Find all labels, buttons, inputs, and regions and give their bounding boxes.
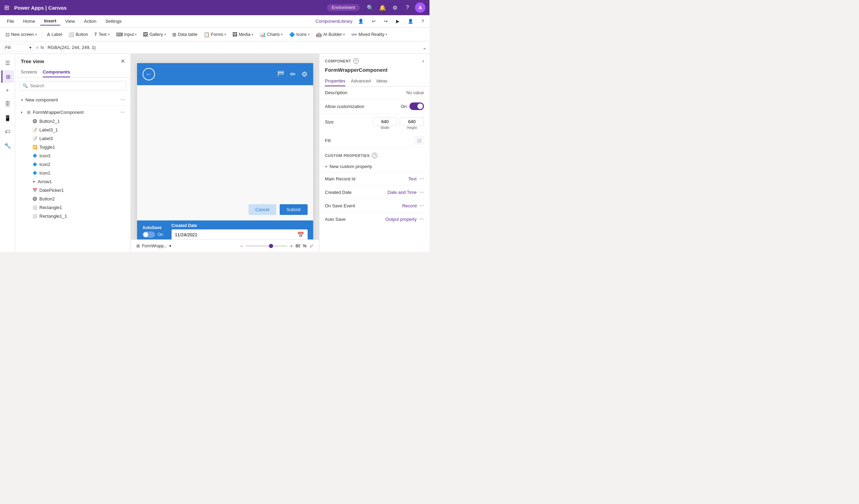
component-library-link[interactable]: ComponentLibrary (316, 19, 353, 24)
sidebar-tags[interactable]: 🏷 (1, 126, 14, 138)
search-global-icon[interactable]: 🔍 (365, 3, 375, 12)
height-input[interactable] (400, 117, 424, 126)
share-icon[interactable]: 👤 (405, 17, 416, 25)
filter-icon[interactable]: ⛿ (278, 70, 284, 78)
tree-item-rectangle1-1[interactable]: ⬜ Rectangle1_1 (15, 212, 131, 220)
edit-icon[interactable]: ✏ (290, 70, 296, 78)
tree-item-icon3[interactable]: 🔷 Icon3 (15, 151, 131, 160)
input-button[interactable]: ⌨ Input ▾ (113, 30, 140, 39)
tree-expand-icon[interactable]: ▾ (21, 110, 25, 114)
tree-item-toggle1[interactable]: 🔁 Toggle1 (15, 143, 131, 151)
main-record-id-more[interactable]: ··· (419, 176, 424, 182)
zoom-slider[interactable] (246, 245, 287, 247)
menu-home[interactable]: Home (19, 17, 39, 25)
tab-screens[interactable]: Screens (21, 67, 37, 77)
fill-color-swatch[interactable]: ⬜ (414, 137, 424, 144)
menu-settings[interactable]: Settings (101, 17, 126, 25)
gallery-button[interactable]: 🖼 Gallery ▾ (140, 30, 169, 39)
sidebar-hamburger[interactable]: ☰ (1, 57, 14, 69)
allow-customization-label: Allow customization (325, 104, 396, 109)
new-screen-button[interactable]: ⊡ New screen ▾ (3, 30, 40, 39)
play-button[interactable]: ▶ (393, 17, 402, 25)
ai-builder-button[interactable]: 🤖 AI Builder ▾ (313, 30, 348, 39)
datatable-button[interactable]: ⊞ Data table (170, 30, 200, 39)
help-top-icon[interactable]: ? (403, 3, 412, 12)
date-input[interactable]: 11/24/2021 📅 (172, 229, 308, 240)
tab-components[interactable]: Components (43, 67, 70, 77)
text-button[interactable]: T Text ▾ (91, 30, 113, 39)
calendar-icon[interactable]: 📅 (297, 231, 304, 238)
custom-props-help-icon[interactable]: ? (372, 153, 377, 158)
redo-button[interactable]: ↪ (381, 17, 390, 25)
tree-item-arrow1[interactable]: ➤ Arrow1 (15, 177, 131, 186)
media-button[interactable]: 🖼 Media ▾ (230, 30, 256, 39)
tree-item-label3-1[interactable]: 📝 Label3_1 (15, 126, 131, 134)
sidebar-data[interactable]: 🗄 (1, 98, 14, 110)
avatar[interactable]: A (415, 2, 425, 13)
icons-button[interactable]: 🔷 Icons ▾ (286, 30, 312, 39)
property-selector[interactable]: Fill ▾ (3, 44, 34, 51)
button2-1-label: Button2_1 (39, 119, 125, 124)
component-help-icon[interactable]: ? (353, 58, 359, 64)
notification-icon[interactable]: 🔔 (378, 3, 387, 12)
help-menu-icon[interactable]: ? (419, 17, 427, 25)
tree-item-datepicker1[interactable]: 📅 DatePicker1 (15, 186, 131, 195)
tree-item-button2[interactable]: 🔘 Button2 (15, 195, 131, 203)
environment-label[interactable]: Environment (327, 4, 360, 11)
new-component-button[interactable]: + New component ··· (15, 94, 131, 106)
search-input[interactable] (30, 83, 123, 88)
undo-button[interactable]: ↩ (369, 17, 378, 25)
submit-button[interactable]: Submit (280, 204, 307, 215)
component-more-icon[interactable]: ··· (120, 109, 125, 115)
sidebar-components[interactable]: ⊞ (1, 70, 14, 83)
tab-properties[interactable]: Properties (325, 76, 345, 86)
new-custom-property-button[interactable]: + New custom property (319, 161, 430, 172)
tab-advanced[interactable]: Advanced (351, 76, 371, 86)
custom-prop-auto-save: Auto Save Output property ··· (319, 212, 430, 226)
tab-ideas[interactable]: Ideas (376, 76, 387, 86)
auto-save-more[interactable]: ··· (419, 216, 424, 222)
autosave-toggle[interactable] (143, 231, 155, 238)
charts-button[interactable]: 📊 Charts ▾ (257, 30, 286, 39)
zoom-plus-button[interactable]: + (290, 243, 293, 249)
settings-icon[interactable]: ⚙ (390, 3, 400, 12)
formula-expand-icon[interactable]: ⌄ (422, 44, 427, 51)
button2-label: Button2 (39, 196, 125, 201)
menu-view[interactable]: View (61, 17, 79, 25)
formula-input[interactable] (48, 45, 420, 50)
waffle-icon[interactable]: ⊞ (4, 4, 9, 11)
settings-comp-icon[interactable]: ⚙ (301, 70, 308, 78)
tree-item-formwrapper[interactable]: ▾ ⊞ FormWrapperComponent ··· (15, 107, 131, 117)
tree-item-icon1[interactable]: 🔷 Icon1 (15, 169, 131, 177)
search-box[interactable]: 🔍 (19, 81, 126, 90)
tree-item-label3[interactable]: 📝 Label3 (15, 134, 131, 143)
menu-action[interactable]: Action (80, 17, 100, 25)
sidebar-add[interactable]: + (1, 84, 14, 97)
sidebar-screens[interactable]: 📱 (1, 112, 14, 124)
menu-file[interactable]: File (3, 17, 18, 25)
back-button[interactable]: ← (143, 68, 155, 80)
created-date-more[interactable]: ··· (419, 189, 424, 195)
tree-item-button2-1[interactable]: 🔘 Button2_1 (15, 117, 131, 126)
zoom-minus-button[interactable]: − (240, 243, 243, 249)
button-button[interactable]: ⬜ Button (66, 30, 91, 39)
cancel-button[interactable]: Cancel (249, 204, 276, 215)
width-input[interactable] (373, 117, 397, 126)
breadcrumb-chevron[interactable]: ▾ (169, 244, 171, 248)
on-save-event-label: On Save Event (325, 203, 402, 208)
tree-item-rectangle1[interactable]: ⬜ Rectangle1 (15, 203, 131, 212)
forms-button[interactable]: 📋 Forms ▾ (201, 30, 229, 39)
allow-customization-toggle[interactable] (409, 102, 424, 110)
new-component-more-icon[interactable]: ··· (120, 97, 125, 103)
fullscreen-icon[interactable]: ⤢ (309, 243, 313, 249)
person-icon[interactable]: 👤 (355, 17, 366, 25)
label-button[interactable]: A Label (44, 30, 65, 39)
new-screen-chevron: ▾ (35, 33, 37, 36)
panel-close-button[interactable]: ✕ (120, 58, 125, 65)
sidebar-tools[interactable]: 🔧 (1, 139, 14, 152)
right-panel-expand-icon[interactable]: › (422, 58, 424, 64)
mixed-reality-button[interactable]: 👓 Mixed Reality ▾ (348, 30, 390, 39)
on-save-event-more[interactable]: ··· (419, 202, 424, 209)
menu-insert[interactable]: Insert (40, 17, 60, 26)
tree-item-icon2[interactable]: 🔷 Icon2 (15, 160, 131, 169)
